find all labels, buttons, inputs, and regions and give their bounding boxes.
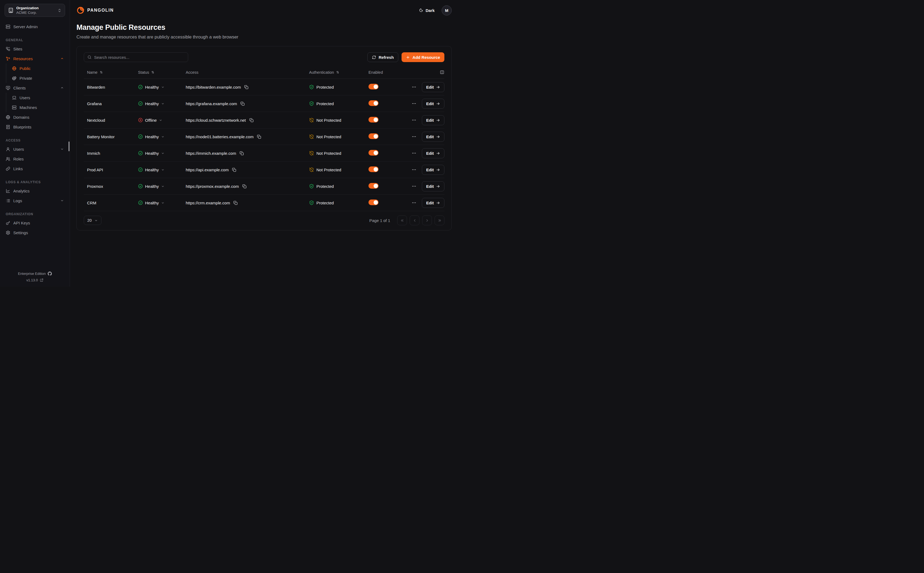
status-dropdown[interactable]: Offline — [138, 117, 163, 122]
enabled-toggle[interactable] — [368, 199, 379, 205]
server-icon — [6, 24, 10, 29]
first-page-button[interactable] — [397, 216, 407, 225]
status-dropdown[interactable]: Healthy — [138, 184, 164, 189]
github-icon[interactable] — [48, 272, 52, 276]
shield-check-icon — [309, 85, 314, 89]
shield-check-icon — [309, 184, 314, 189]
row-menu-button[interactable] — [412, 151, 417, 156]
edit-button[interactable]: Edit — [422, 181, 445, 191]
enabled-toggle[interactable] — [368, 150, 379, 156]
row-menu-button[interactable] — [412, 167, 417, 172]
resource-name: Bitwarden — [84, 85, 138, 89]
next-page-button[interactable] — [422, 216, 432, 225]
org-switcher[interactable]: Organization ACME Corp. — [5, 4, 65, 17]
sidebar-item-label: Public — [20, 66, 64, 71]
resource-url: https://api.example.com — [186, 168, 229, 172]
toggle-knob — [374, 134, 378, 138]
row-menu-button[interactable] — [412, 85, 417, 89]
sidebar-item-label: Logs — [13, 199, 57, 203]
row-menu-button[interactable] — [412, 117, 417, 122]
resource-name: Nextcloud — [84, 118, 138, 122]
sidebar-item-users[interactable]: Users — [5, 144, 65, 154]
edit-button[interactable]: Edit — [422, 99, 445, 109]
ellipsis-icon — [412, 184, 417, 189]
edit-button[interactable]: Edit — [422, 198, 445, 208]
org-switcher-text: Organization ACME Corp. — [16, 6, 55, 15]
edit-button[interactable]: Edit — [422, 132, 445, 142]
column-header-status[interactable]: Status — [138, 70, 186, 75]
enabled-toggle[interactable] — [368, 133, 379, 139]
server-icon — [12, 105, 17, 110]
sidebar-item-logs[interactable]: Logs — [5, 196, 65, 205]
status-dropdown[interactable]: Healthy — [138, 85, 164, 89]
theme-toggle[interactable]: Dark — [419, 8, 435, 13]
last-page-button[interactable] — [435, 216, 445, 225]
status-dropdown[interactable]: Healthy — [138, 101, 164, 106]
sidebar-item-label: Users — [13, 147, 57, 152]
row-menu-button[interactable] — [412, 101, 417, 106]
main-content: PANGOLIN Dark M Manage Public Resources … — [70, 0, 462, 286]
column-header-name[interactable]: Name — [84, 70, 138, 75]
column-header-authentication[interactable]: Authentication — [309, 70, 368, 75]
sidebar-scrollbar[interactable] — [69, 141, 69, 151]
external-link-icon[interactable] — [40, 279, 43, 282]
sidebar-item-client-users[interactable]: Users — [11, 93, 65, 102]
columns-icon[interactable] — [440, 70, 445, 75]
sidebar-item-settings[interactable]: Settings — [5, 228, 65, 238]
copy-url-button[interactable] — [240, 101, 245, 106]
row-menu-button[interactable] — [412, 184, 417, 189]
copy-url-button[interactable] — [242, 184, 247, 189]
receipt-icon — [6, 125, 10, 129]
ellipsis-icon — [412, 117, 417, 122]
enabled-toggle[interactable] — [368, 166, 379, 172]
copy-url-button[interactable] — [249, 118, 254, 122]
sidebar-item-api-keys[interactable]: API Keys — [5, 218, 65, 228]
row-menu-button[interactable] — [412, 134, 417, 139]
sidebar-item-analytics[interactable]: Analytics — [5, 186, 65, 196]
link-icon — [6, 166, 10, 171]
enabled-toggle[interactable] — [368, 84, 379, 89]
column-header-enabled: Enabled — [368, 70, 399, 75]
copy-url-button[interactable] — [232, 168, 236, 172]
status-dropdown[interactable]: Healthy — [138, 134, 164, 139]
sidebar-item-clients[interactable]: Clients — [5, 83, 65, 93]
edit-button[interactable]: Edit — [422, 82, 445, 92]
edit-button[interactable]: Edit — [422, 148, 445, 158]
sidebar-item-public[interactable]: Public — [11, 63, 65, 73]
edit-button[interactable]: Edit — [422, 115, 445, 125]
enabled-toggle[interactable] — [368, 117, 379, 122]
row-menu-button[interactable] — [412, 200, 417, 205]
copy-url-button[interactable] — [240, 151, 244, 156]
copy-url-button[interactable] — [244, 85, 249, 89]
status-dropdown[interactable]: Healthy — [138, 167, 164, 172]
status-dropdown[interactable]: Healthy — [138, 151, 164, 156]
avatar[interactable]: M — [442, 5, 452, 16]
sidebar-item-private[interactable]: Private — [11, 73, 65, 83]
page-subtitle: Create and manage resources that are pub… — [77, 34, 452, 39]
copy-url-button[interactable] — [233, 200, 238, 205]
sidebar-item-roles[interactable]: Roles — [5, 154, 65, 164]
sidebar-item-sites[interactable]: Sites — [5, 44, 65, 54]
sidebar-item-domains[interactable]: Domains — [5, 112, 65, 122]
sidebar-item-resources[interactable]: Resources — [5, 54, 65, 63]
enabled-toggle[interactable] — [368, 183, 379, 189]
page-title: Manage Public Resources — [77, 23, 452, 32]
refresh-button[interactable]: Refresh — [367, 52, 398, 62]
sidebar-item-blueprints[interactable]: Blueprints — [5, 122, 65, 132]
status-dropdown[interactable]: Healthy — [138, 200, 164, 205]
brand[interactable]: PANGOLIN — [77, 6, 114, 14]
sidebar-item-links[interactable]: Links — [5, 164, 65, 174]
status-label: Healthy — [145, 184, 159, 189]
enabled-toggle[interactable] — [368, 100, 379, 106]
authentication-label: Not Protected — [316, 151, 341, 156]
previous-page-button[interactable] — [410, 216, 420, 225]
sidebar-item-server-admin[interactable]: Server Admin — [5, 22, 65, 31]
sidebar-item-machines[interactable]: Machines — [11, 102, 65, 112]
edit-button[interactable]: Edit — [422, 165, 445, 175]
search-input[interactable] — [94, 55, 185, 59]
resource-url: https://bitwarden.example.com — [186, 85, 241, 89]
copy-url-button[interactable] — [257, 135, 262, 139]
add-resource-button[interactable]: Add Resource — [401, 52, 445, 62]
page-size-select[interactable]: 20 — [84, 216, 102, 225]
moon-icon — [419, 8, 423, 13]
